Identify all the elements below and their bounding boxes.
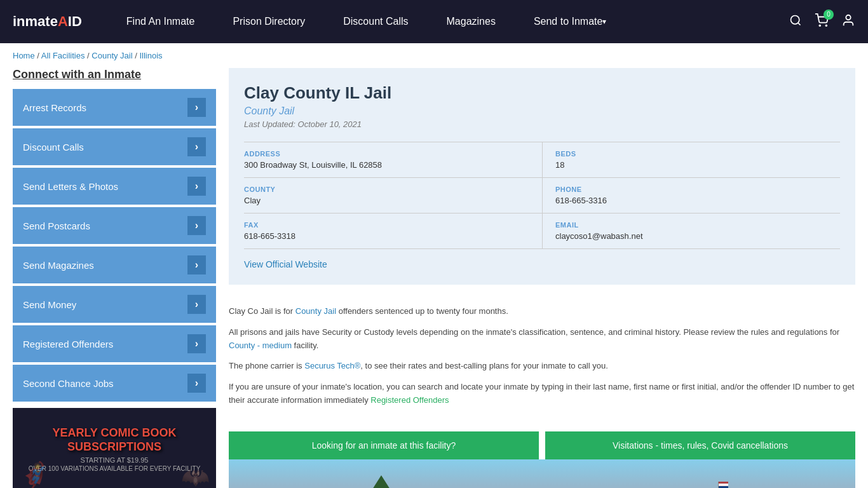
- county-label: COUNTY: [244, 186, 529, 193]
- main-nav: Find An Inmate Prison Directory Discount…: [107, 0, 789, 43]
- breadcrumb: Home / All Facilities / County Jail / Il…: [0, 43, 868, 68]
- breadcrumb-home[interactable]: Home: [13, 51, 35, 60]
- description-para2: All prisons and jails have Security or C…: [229, 326, 855, 353]
- facility-last-updated: Last Updated: October 10, 2021: [244, 119, 840, 129]
- header-icons: 0: [789, 13, 855, 30]
- breadcrumb-all-facilities[interactable]: All Facilities: [41, 51, 85, 60]
- chevron-right-icon: ›: [187, 98, 206, 117]
- visitations-button[interactable]: Visitations - times, rules, Covid cancel…: [545, 431, 855, 459]
- sidebar-item-arrest-records[interactable]: Arrest Records ›: [13, 89, 216, 126]
- phone-block: PHONE 618-665-3316: [542, 178, 840, 214]
- sidebar-item-second-chance-jobs[interactable]: Second Chance Jobs ›: [13, 365, 216, 402]
- email-block: EMAIL claycoso1@wabash.net: [542, 214, 840, 249]
- chevron-right-icon: ›: [187, 255, 206, 274]
- email-value: claycoso1@wabash.net: [555, 231, 840, 241]
- county-jail-link[interactable]: County Jail: [295, 306, 336, 316]
- sidebar-item-send-money[interactable]: Send Money ›: [13, 286, 216, 323]
- facility-type: County Jail: [244, 105, 840, 117]
- sidebar-item-label: Send Magazines: [23, 260, 94, 271]
- cart-badge: 0: [824, 10, 834, 20]
- nav-find-inmate[interactable]: Find An Inmate: [107, 0, 214, 43]
- tree-image-2: [451, 485, 489, 488]
- sidebar-item-send-postcards[interactable]: Send Postcards ›: [13, 207, 216, 244]
- address-block: ADDRESS 300 Broadway St, Louisville, IL …: [244, 142, 542, 178]
- site-header: inmateAID Find An Inmate Prison Director…: [0, 0, 868, 43]
- sidebar-item-label: Arrest Records: [23, 102, 86, 113]
- official-website-link[interactable]: View Official Website: [244, 259, 327, 269]
- sidebar-item-send-magazines[interactable]: Send Magazines ›: [13, 247, 216, 283]
- svg-point-0: [791, 15, 799, 24]
- sidebar-item-label: Registered Offenders: [23, 339, 113, 349]
- user-icon[interactable]: [841, 13, 855, 30]
- svg-point-2: [819, 25, 820, 26]
- fax-value: 618-665-3318: [244, 231, 529, 241]
- svg-point-3: [825, 25, 827, 26]
- facility-details: ADDRESS 300 Broadway St, Louisville, IL …: [244, 142, 840, 249]
- sidebar-advertisement[interactable]: YEARLY COMIC BOOK SUBSCRIPTIONS STARTING…: [13, 408, 216, 488]
- sidebar-item-discount-calls[interactable]: Discount Calls ›: [13, 128, 216, 165]
- fax-block: FAX 618-665-3318: [244, 214, 542, 249]
- county-block: COUNTY Clay: [244, 178, 542, 214]
- sidebar-item-label: Send Postcards: [23, 220, 90, 231]
- nav-discount-calls[interactable]: Discount Calls: [324, 0, 427, 43]
- svg-marker-5: [359, 475, 403, 488]
- facility-photo: [229, 459, 855, 488]
- chevron-right-icon: ›: [187, 137, 206, 156]
- main-content: Connect with an Inmate Arrest Records › …: [0, 68, 868, 488]
- cart-icon[interactable]: 0: [815, 13, 829, 30]
- svg-line-1: [798, 22, 801, 25]
- nav-magazines[interactable]: Magazines: [428, 0, 515, 43]
- ad-title: YEARLY COMIC BOOK SUBSCRIPTIONS: [52, 426, 176, 454]
- action-buttons: Looking for an inmate at this facility? …: [229, 431, 855, 459]
- phone-value: 618-665-3316: [555, 196, 840, 205]
- chevron-right-icon: ›: [187, 295, 206, 314]
- facility-card: Clay County IL Jail County Jail Last Upd…: [229, 68, 855, 285]
- sidebar-item-label: Send Money: [23, 299, 76, 310]
- address-label: ADDRESS: [244, 150, 529, 158]
- description-para3: The phone carrier is Securus Tech®, to s…: [229, 360, 855, 373]
- ad-starting-price: STARTING AT $19.95: [81, 456, 149, 464]
- breadcrumb-illinois[interactable]: Illinois: [139, 51, 162, 60]
- search-icon[interactable]: [789, 14, 802, 30]
- securus-tech-link[interactable]: Securus Tech®: [304, 361, 360, 370]
- logo-text: inmateAID: [13, 13, 82, 30]
- beds-block: BEDS 18: [542, 142, 840, 178]
- tree-image: [356, 472, 407, 488]
- facility-section: Clay County IL Jail County Jail Last Upd…: [229, 68, 855, 488]
- nav-send-to-inmate[interactable]: Send to Inmate: [515, 0, 626, 43]
- chevron-right-icon: ›: [187, 177, 206, 196]
- email-label: EMAIL: [555, 221, 840, 229]
- beds-label: BEDS: [555, 150, 840, 158]
- sidebar-item-send-letters[interactable]: Send Letters & Photos ›: [13, 168, 216, 205]
- description-para4: If you are unsure of your inmate's locat…: [229, 381, 855, 407]
- ad-description: OVER 100 VARIATIONS AVAILABLE FOR EVERY …: [29, 465, 201, 472]
- looking-for-inmate-button[interactable]: Looking for an inmate at this facility?: [229, 431, 539, 459]
- facility-name: Clay County IL Jail: [244, 83, 840, 103]
- site-logo[interactable]: inmateAID: [13, 13, 82, 30]
- breadcrumb-county-jail[interactable]: County Jail: [92, 51, 132, 60]
- sidebar-item-label: Second Chance Jobs: [23, 378, 114, 389]
- connect-title: Connect with an Inmate: [13, 68, 216, 81]
- phone-label: PHONE: [555, 186, 840, 193]
- sidebar-item-label: Discount Calls: [23, 142, 84, 152]
- description-para1: Clay Co Jail is for County Jail offender…: [229, 305, 855, 318]
- facility-photo-background: [229, 459, 855, 488]
- chevron-right-icon: ›: [187, 374, 206, 393]
- sidebar-item-label: Send Letters & Photos: [23, 181, 118, 192]
- flag-pole: [709, 478, 728, 488]
- sidebar: Connect with an Inmate Arrest Records › …: [13, 68, 216, 488]
- svg-rect-13: [719, 484, 728, 486]
- county-medium-link[interactable]: County - medium: [229, 341, 292, 350]
- fax-label: FAX: [244, 221, 529, 229]
- address-value: 300 Broadway St, Louisville, IL 62858: [244, 160, 529, 170]
- sidebar-item-registered-offenders[interactable]: Registered Offenders ›: [13, 325, 216, 362]
- description-section: Clay Co Jail is for County Jail offender…: [229, 295, 855, 425]
- chevron-right-icon: ›: [187, 216, 206, 235]
- nav-prison-directory[interactable]: Prison Directory: [214, 0, 324, 43]
- chevron-right-icon: ›: [187, 334, 206, 353]
- registered-offenders-link[interactable]: Registered Offenders: [370, 395, 449, 405]
- beds-value: 18: [555, 160, 840, 170]
- county-value: Clay: [244, 196, 529, 205]
- svg-point-4: [846, 15, 850, 19]
